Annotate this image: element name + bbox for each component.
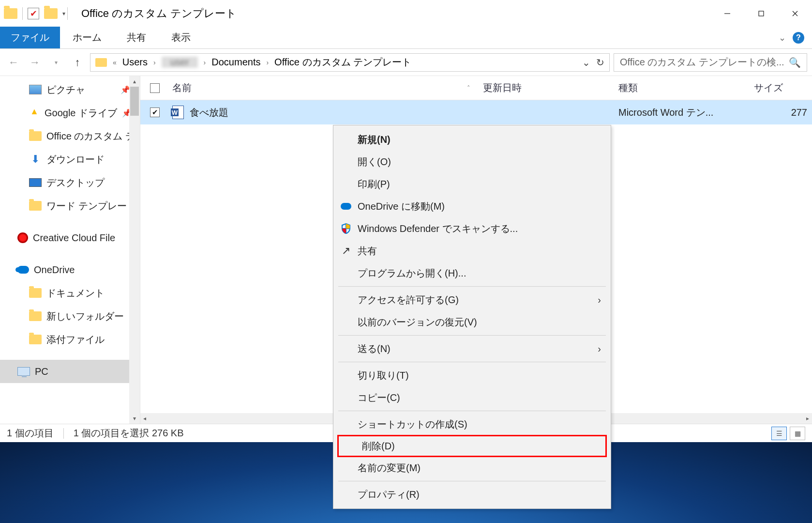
- sidebar-item-gdrive[interactable]: Google ドライブ📌: [0, 101, 140, 124]
- ctx-defender-scan[interactable]: Windows Defender でスキャンする...: [334, 217, 610, 240]
- new-folder-qat-icon[interactable]: [44, 8, 58, 19]
- ctx-new[interactable]: 新規(N): [334, 128, 610, 151]
- status-selection: 1 個の項目を選択 276 KB: [74, 427, 184, 440]
- maximize-button[interactable]: [744, 3, 778, 24]
- ctx-label: コピー(C): [358, 391, 400, 404]
- scroll-right-icon[interactable]: ▸: [806, 415, 809, 422]
- sidebar-item-label: PC: [35, 366, 48, 377]
- ctx-create-shortcut[interactable]: ショートカットの作成(S): [334, 413, 610, 435]
- ctx-grant-access[interactable]: アクセスを許可する(G)›: [334, 289, 610, 311]
- up-button[interactable]: ↑: [69, 54, 86, 71]
- breadcrumb-leading[interactable]: «: [113, 59, 117, 66]
- ctx-send-to[interactable]: 送る(N)›: [334, 338, 610, 360]
- sidebar-scrollbar[interactable]: ▴ ▾: [129, 76, 140, 424]
- ctx-label: 以前のバージョンの復元(V): [358, 316, 477, 329]
- scroll-down-icon[interactable]: ▾: [133, 415, 136, 422]
- folder-icon: [29, 131, 42, 141]
- ctx-label: 開く(O): [358, 155, 391, 169]
- search-placeholder: Office のカスタム テンプレートの検...: [620, 56, 784, 69]
- search-icon[interactable]: 🔍: [789, 57, 801, 68]
- sidebar-item-label: Office のカスタム テ: [46, 130, 135, 143]
- sidebar-item-od-attachments[interactable]: 添付ファイル: [0, 328, 140, 351]
- ctx-print[interactable]: 印刷(P): [334, 173, 610, 195]
- tab-share[interactable]: 共有: [114, 27, 159, 48]
- forward-button[interactable]: →: [26, 54, 44, 71]
- sidebar-item-onedrive[interactable]: OneDrive: [0, 258, 140, 281]
- scroll-up-icon[interactable]: ▴: [133, 78, 136, 85]
- sidebar-item-od-documents[interactable]: ドキュメント: [0, 281, 140, 305]
- details-view-button[interactable]: ☰: [771, 427, 787, 440]
- gdrive-icon: [29, 108, 40, 118]
- sidebar-item-pictures[interactable]: ピクチャ📌: [0, 78, 140, 101]
- crumb-username-redacted[interactable]: user: [162, 57, 198, 68]
- chevron-right-icon[interactable]: ›: [153, 59, 156, 66]
- sidebar-item-label: デスクトップ: [46, 176, 105, 189]
- sidebar-item-label: ワード テンプレート: [46, 200, 136, 213]
- ctx-properties[interactable]: プロパティ(R): [334, 483, 610, 506]
- ctx-restore-previous[interactable]: 以前のバージョンの復元(V): [334, 311, 610, 333]
- sidebar-item-downloads[interactable]: ⬇ダウンロード: [0, 148, 140, 171]
- search-input[interactable]: Office のカスタム テンプレートの検... 🔍: [614, 53, 807, 72]
- ctx-delete[interactable]: 削除(D): [337, 435, 607, 457]
- ctx-cut[interactable]: 切り取り(T): [334, 364, 610, 386]
- desktop-icon: [29, 178, 42, 187]
- column-date[interactable]: 更新日時: [478, 81, 614, 94]
- select-all-checkbox[interactable]: [140, 83, 169, 93]
- ctx-label: OneDrive に移動(M): [358, 200, 445, 213]
- minimize-button[interactable]: [710, 3, 744, 24]
- separator: [67, 7, 68, 20]
- ctx-label: プロパティ(R): [358, 488, 420, 501]
- folder-icon: [29, 335, 42, 344]
- ctx-label: 共有: [358, 245, 377, 258]
- context-menu: 新規(N) 開く(O) 印刷(P) OneDrive に移動(M) Window…: [333, 125, 611, 509]
- sidebar-item-label: ドキュメント: [46, 287, 105, 300]
- file-size: 277: [749, 107, 812, 118]
- sidebar-item-office-templates[interactable]: Office のカスタム テ: [0, 124, 140, 148]
- refresh-icon[interactable]: ↻: [596, 57, 604, 68]
- column-type[interactable]: 種類: [614, 81, 749, 94]
- back-button[interactable]: ←: [5, 54, 22, 71]
- history-dropdown-icon[interactable]: ▾: [47, 54, 65, 71]
- tab-view[interactable]: 表示: [159, 27, 203, 48]
- ctx-copy[interactable]: コピー(C): [334, 386, 610, 409]
- file-row[interactable]: ✔ 食べ放題 Microsoft Word テン... 277: [140, 100, 812, 124]
- crumb-current[interactable]: Office のカスタム テンプレート: [274, 56, 411, 69]
- thumbnails-view-button[interactable]: ▦: [790, 427, 805, 440]
- sidebar-item-desktop[interactable]: デスクトップ: [0, 171, 140, 194]
- column-name[interactable]: 名前: [169, 81, 459, 94]
- row-checkbox[interactable]: ✔: [150, 108, 160, 117]
- crumb-users[interactable]: Users: [122, 57, 148, 68]
- address-dropdown-icon[interactable]: ⌄: [582, 57, 590, 68]
- title-bar: ✔ ▾ Office のカスタム テンプレート: [0, 0, 812, 27]
- sidebar-item-creative-cloud[interactable]: Creative Cloud File: [0, 226, 140, 249]
- ctx-label: 印刷(P): [358, 178, 390, 191]
- column-size[interactable]: サイズ: [749, 81, 812, 94]
- window-title: Office のカスタム テンプレート: [81, 6, 237, 21]
- ctx-rename[interactable]: 名前の変更(M): [334, 457, 610, 479]
- address-bar[interactable]: « Users › user › Documents › Office のカスタ…: [90, 53, 610, 72]
- scroll-thumb[interactable]: [130, 87, 139, 116]
- close-button[interactable]: [778, 3, 812, 24]
- submenu-arrow-icon: ›: [598, 343, 601, 354]
- properties-qat-icon[interactable]: ✔: [28, 8, 39, 19]
- qat-dropdown-icon[interactable]: ▾: [62, 10, 65, 17]
- file-type: Microsoft Word テン...: [614, 106, 749, 119]
- chevron-right-icon[interactable]: ›: [266, 59, 269, 66]
- ctx-move-onedrive[interactable]: OneDrive に移動(M): [334, 195, 610, 217]
- sidebar-item-od-newfolder[interactable]: 新しいフォルダー: [0, 305, 140, 328]
- sidebar-item-word-templates[interactable]: ワード テンプレート: [0, 194, 140, 217]
- tab-home[interactable]: ホーム: [60, 27, 114, 48]
- chevron-right-icon[interactable]: ›: [204, 59, 206, 66]
- ctx-open-with[interactable]: プログラムから開く(H)...: [334, 262, 610, 284]
- ctx-open[interactable]: 開く(O): [334, 151, 610, 173]
- ctx-label: 名前の変更(M): [358, 461, 421, 475]
- sidebar-item-pc[interactable]: PC: [0, 360, 140, 383]
- ctx-share[interactable]: ↗共有: [334, 240, 610, 262]
- folder-icon: [29, 288, 42, 298]
- help-icon[interactable]: ?: [793, 32, 804, 44]
- tab-file[interactable]: ファイル: [0, 27, 60, 48]
- scroll-left-icon[interactable]: ◂: [143, 415, 146, 422]
- ribbon-expand-icon[interactable]: ⌄: [779, 32, 786, 43]
- crumb-documents[interactable]: Documents: [211, 57, 260, 68]
- folder-icon: [4, 8, 17, 19]
